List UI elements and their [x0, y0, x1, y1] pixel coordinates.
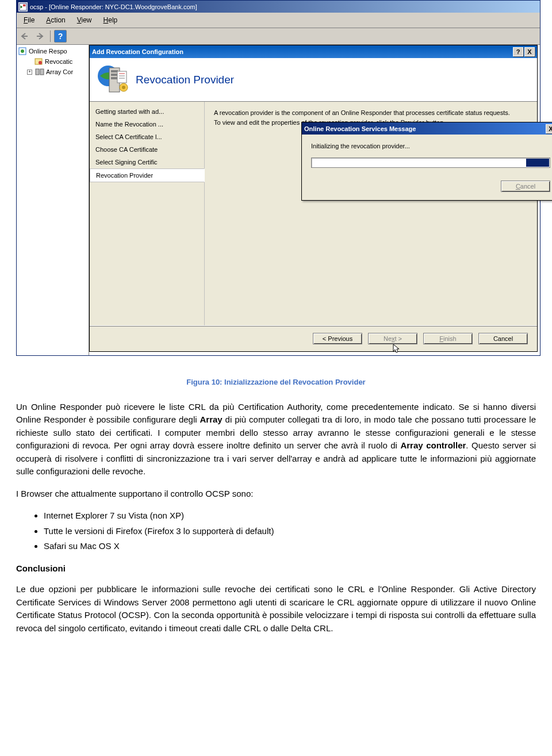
wizard-title: Add Revocation Configuration	[92, 48, 183, 55]
progress-bar	[311, 158, 550, 168]
svg-rect-13	[117, 71, 126, 83]
back-button[interactable]	[19, 30, 32, 43]
message-title: Online Revocation Services Message	[304, 125, 416, 132]
article: Figura 10: Inizializzazione del Revocati…	[0, 367, 552, 655]
paragraph: Un Online Responder può ricevere le list…	[16, 401, 536, 478]
message-close-button[interactable]: X	[546, 124, 552, 133]
finish-button[interactable]: Finish	[423, 333, 473, 344]
mmc-titlebar[interactable]: ocsp - [Online Responder: NYC-DC1.Woodgr…	[17, 1, 540, 13]
message-dialog: Online Revocation Services Message X Ini…	[301, 122, 552, 201]
svg-point-5	[39, 61, 42, 64]
list-item: Safari su Mac OS X	[44, 540, 536, 553]
menu-file[interactable]: File	[18, 14, 40, 26]
tree-label: Array Cor	[46, 68, 73, 75]
wizard-step[interactable]: Select CA Certificate l...	[90, 131, 204, 143]
wizard-sidebar: Getting started with ad... Name the Revo…	[90, 102, 205, 325]
figure-caption: Figura 10: Inizializzazione del Revocati…	[16, 377, 536, 388]
tree-item-revocation[interactable]: Revocatic	[17, 56, 89, 67]
paragraph: Le due opzioni per pubblicare le informa…	[16, 583, 536, 635]
message-titlebar[interactable]: Online Revocation Services Message X	[302, 122, 552, 135]
wizard-dialog: Add Revocation Configuration ? X	[89, 45, 538, 352]
menubar: File Action View Help	[17, 13, 540, 28]
help-button[interactable]: ?	[54, 30, 67, 43]
svg-rect-7	[40, 69, 44, 75]
responder-icon	[18, 47, 27, 56]
svg-rect-12	[111, 77, 118, 79]
list-item: Tutte le versioni di Firefox (Firefox 3 …	[44, 525, 536, 538]
wizard-step[interactable]: Select Signing Certific	[90, 156, 204, 168]
wizard-header-icon	[97, 63, 130, 97]
svg-rect-6	[36, 69, 39, 75]
wizard-help-button[interactable]: ?	[513, 47, 523, 56]
svg-rect-11	[111, 74, 118, 76]
wizard-footer: < Previous Next > Finish Cancel	[90, 325, 537, 351]
toolbar-divider	[50, 30, 51, 42]
wizard-close-button[interactable]: X	[524, 47, 535, 56]
mmc-body: Online Respo Revocatic + Array Cor	[17, 45, 540, 355]
menu-view[interactable]: View	[71, 14, 98, 26]
array-icon	[35, 67, 44, 76]
bullet-list: Internet Explorer 7 su Vista (non XP) Tu…	[44, 509, 536, 553]
wizard-content: Getting started with ad... Name the Revo…	[90, 102, 537, 325]
tree-item-array[interactable]: + Array Cor	[17, 67, 89, 77]
menu-action[interactable]: Action	[40, 14, 71, 26]
content-area: Add Revocation Configuration ? X	[89, 45, 540, 355]
cancel-button[interactable]: Cancel	[478, 333, 528, 344]
menu-help[interactable]: Help	[98, 14, 124, 26]
mmc-title: ocsp - [Online Responder: NYC-DC1.Woodgr…	[30, 3, 197, 10]
wizard-step[interactable]: Choose CA Certificate	[90, 143, 204, 156]
wizard-step[interactable]: Name the Revocation ...	[90, 118, 204, 131]
cert-icon	[34, 57, 43, 66]
svg-point-3	[21, 49, 24, 53]
expand-icon[interactable]: +	[27, 70, 32, 75]
message-body: Initializing the revocation provider...	[302, 135, 552, 175]
mmc-window: ocsp - [Online Responder: NYC-DC1.Woodgr…	[16, 0, 540, 356]
wizard-step[interactable]: Getting started with ad...	[90, 105, 204, 118]
wizard-header: Revocation Provider	[90, 58, 537, 102]
section-heading: Conclusioni	[16, 562, 536, 575]
wizard-desc: A revocation provider is the component o…	[214, 109, 528, 117]
cursor-icon	[393, 344, 401, 354]
toolbar: ?	[17, 28, 540, 45]
message-cancel-button[interactable]: Cancel	[501, 181, 550, 192]
paragraph: I Browser che attualmente supportano il …	[16, 488, 536, 501]
message-footer: Cancel	[302, 175, 552, 200]
svg-point-18	[122, 86, 125, 89]
list-item: Internet Explorer 7 su Vista (non XP)	[44, 509, 536, 523]
wizard-titlebar[interactable]: Add Revocation Configuration ? X	[90, 45, 537, 58]
wizard-step-current[interactable]: Revocation Provider	[90, 168, 205, 182]
wizard-main: A revocation provider is the component o…	[205, 102, 537, 325]
tree-panel: Online Respo Revocatic + Array Cor	[17, 45, 89, 355]
tree-item-online-responder[interactable]: Online Respo	[17, 46, 89, 56]
previous-button[interactable]: < Previous	[313, 333, 362, 344]
message-text: Initializing the revocation provider...	[311, 143, 549, 149]
next-button[interactable]: Next >	[368, 333, 417, 344]
forward-button[interactable]	[34, 30, 47, 43]
tree-label: Revocatic	[45, 58, 72, 65]
svg-rect-10	[111, 70, 118, 72]
app-icon	[18, 2, 28, 11]
tree-label: Online Respo	[29, 48, 67, 55]
wizard-header-title: Revocation Provider	[136, 74, 234, 86]
progress-chunk	[526, 159, 549, 167]
svg-rect-1	[23, 4, 25, 6]
